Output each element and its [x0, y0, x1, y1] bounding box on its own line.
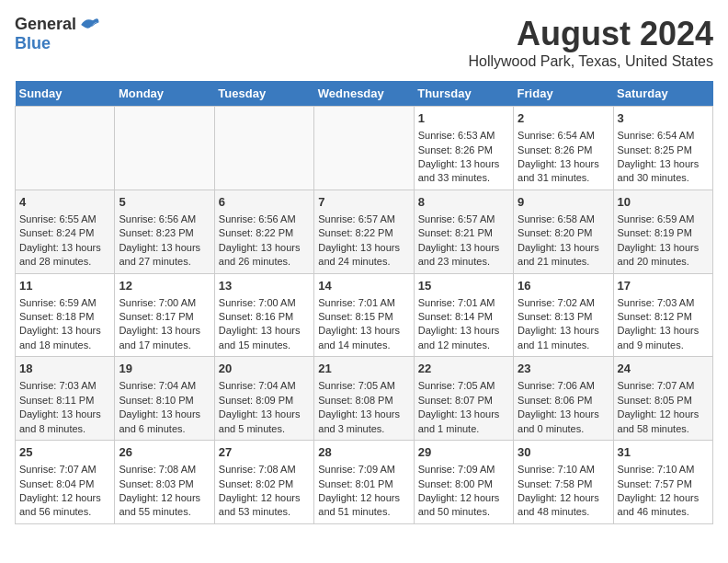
day-header-friday: Friday [514, 81, 613, 107]
day-info: Sunset: 8:20 PM [518, 226, 609, 240]
day-info: Daylight: 12 hours and 51 minutes. [318, 491, 409, 520]
calendar-week-row: 11Sunrise: 6:59 AMSunset: 8:18 PMDayligh… [16, 273, 713, 357]
day-info: Daylight: 13 hours and 9 minutes. [618, 324, 709, 352]
calendar-cell: 21Sunrise: 7:05 AMSunset: 8:08 PMDayligh… [314, 357, 414, 441]
day-info: Sunrise: 7:02 AM [518, 296, 609, 310]
title-area: August 2024 Hollywood Park, Texas, Unite… [469, 15, 714, 70]
day-info: Sunrise: 6:57 AM [318, 213, 409, 226]
calendar-cell: 6Sunrise: 6:56 AMSunset: 8:22 PMDaylight… [214, 190, 313, 273]
calendar-cell: 8Sunrise: 6:57 AMSunset: 8:21 PMDaylight… [414, 190, 513, 273]
calendar-cell: 22Sunrise: 7:05 AMSunset: 8:07 PMDayligh… [414, 357, 513, 441]
day-number: 10 [618, 194, 709, 211]
calendar-week-row: 18Sunrise: 7:03 AMSunset: 8:11 PMDayligh… [16, 357, 713, 441]
day-info: Sunset: 8:11 PM [19, 394, 110, 408]
day-number: 20 [219, 361, 310, 377]
day-number: 9 [518, 194, 609, 211]
day-info: Sunrise: 7:00 AM [219, 296, 310, 310]
day-info: Sunrise: 6:54 AM [518, 129, 609, 143]
day-info: Sunset: 8:01 PM [318, 477, 409, 491]
day-info: Daylight: 12 hours and 55 minutes. [119, 491, 210, 520]
logo: General Blue [15, 15, 100, 53]
day-number: 24 [618, 361, 709, 377]
calendar-cell: 3Sunrise: 6:54 AMSunset: 8:25 PMDaylight… [613, 107, 712, 190]
day-info: Daylight: 12 hours and 48 minutes. [518, 491, 609, 520]
day-info: Sunrise: 7:08 AM [219, 463, 310, 477]
day-number: 21 [318, 361, 409, 377]
day-number: 12 [119, 278, 210, 294]
day-info: Daylight: 13 hours and 15 minutes. [219, 324, 310, 352]
calendar-cell: 1Sunrise: 6:53 AMSunset: 8:26 PMDaylight… [414, 107, 513, 190]
day-info: Sunset: 8:22 PM [219, 226, 310, 240]
day-info: Sunset: 7:57 PM [618, 477, 709, 491]
calendar-cell: 4Sunrise: 6:55 AMSunset: 8:24 PMDaylight… [16, 190, 115, 273]
day-number: 25 [19, 444, 110, 461]
day-info: Sunset: 8:05 PM [618, 394, 709, 408]
calendar-cell: 29Sunrise: 7:09 AMSunset: 8:00 PMDayligh… [414, 441, 513, 524]
day-number: 1 [418, 110, 509, 127]
day-number: 11 [19, 278, 110, 294]
day-info: Sunset: 8:12 PM [618, 310, 709, 324]
calendar-cell: 9Sunrise: 6:58 AMSunset: 8:20 PMDaylight… [514, 190, 613, 273]
day-info: Sunset: 8:10 PM [119, 394, 210, 408]
calendar-cell: 25Sunrise: 7:07 AMSunset: 8:04 PMDayligh… [16, 441, 115, 524]
day-number: 8 [418, 194, 509, 211]
day-info: Sunrise: 7:05 AM [318, 379, 409, 393]
calendar-cell [115, 107, 214, 190]
day-info: Daylight: 13 hours and 31 minutes. [518, 157, 609, 186]
day-info: Sunrise: 6:56 AM [119, 213, 210, 226]
calendar-cell: 7Sunrise: 6:57 AMSunset: 8:22 PMDaylight… [314, 190, 414, 273]
day-info: Daylight: 12 hours and 56 minutes. [19, 491, 110, 520]
calendar-week-row: 25Sunrise: 7:07 AMSunset: 8:04 PMDayligh… [16, 441, 713, 524]
day-info: Sunset: 8:03 PM [119, 477, 210, 491]
calendar-cell: 18Sunrise: 7:03 AMSunset: 8:11 PMDayligh… [16, 357, 115, 441]
calendar-cell: 19Sunrise: 7:04 AMSunset: 8:10 PMDayligh… [115, 357, 214, 441]
day-info: Daylight: 13 hours and 27 minutes. [119, 241, 210, 270]
day-info: Daylight: 13 hours and 14 minutes. [318, 324, 409, 352]
day-info: Sunset: 8:06 PM [518, 394, 609, 408]
day-info: Sunrise: 7:04 AM [219, 379, 310, 393]
day-info: Sunrise: 6:55 AM [19, 213, 110, 226]
day-info: Daylight: 13 hours and 33 minutes. [418, 157, 509, 186]
day-info: Sunset: 8:23 PM [119, 226, 210, 240]
day-info: Sunrise: 7:01 AM [318, 296, 409, 310]
day-number: 17 [618, 278, 709, 294]
day-number: 4 [19, 194, 110, 211]
day-info: Sunset: 7:58 PM [518, 477, 609, 491]
day-info: Sunrise: 7:07 AM [618, 379, 709, 393]
day-info: Sunset: 8:18 PM [19, 310, 110, 324]
day-info: Sunset: 8:21 PM [418, 226, 509, 240]
calendar-cell: 14Sunrise: 7:01 AMSunset: 8:15 PMDayligh… [314, 273, 414, 357]
day-info: Sunset: 8:15 PM [318, 310, 409, 324]
day-info: Sunrise: 7:07 AM [19, 463, 110, 477]
calendar-table: SundayMondayTuesdayWednesdayThursdayFrid… [15, 81, 713, 524]
day-info: Sunrise: 6:54 AM [618, 129, 709, 143]
day-number: 31 [618, 444, 709, 461]
calendar-cell: 30Sunrise: 7:10 AMSunset: 7:58 PMDayligh… [514, 441, 613, 524]
calendar-cell: 2Sunrise: 6:54 AMSunset: 8:26 PMDaylight… [514, 107, 613, 190]
day-info: Daylight: 12 hours and 50 minutes. [418, 491, 509, 520]
day-info: Sunrise: 7:09 AM [318, 463, 409, 477]
day-info: Sunrise: 7:04 AM [119, 379, 210, 393]
calendar-week-row: 4Sunrise: 6:55 AMSunset: 8:24 PMDaylight… [16, 190, 713, 273]
day-info: Sunrise: 7:01 AM [418, 296, 509, 310]
day-number: 7 [318, 194, 409, 211]
day-info: Sunrise: 7:10 AM [518, 463, 609, 477]
day-number: 2 [518, 110, 609, 127]
day-info: Daylight: 12 hours and 58 minutes. [618, 408, 709, 436]
day-number: 19 [119, 361, 210, 377]
day-info: Sunrise: 7:03 AM [19, 379, 110, 393]
day-info: Sunset: 8:14 PM [418, 310, 509, 324]
day-number: 5 [119, 194, 210, 211]
day-info: Daylight: 13 hours and 18 minutes. [19, 324, 110, 352]
calendar-cell [214, 107, 313, 190]
day-info: Sunset: 8:09 PM [219, 394, 310, 408]
day-header-wednesday: Wednesday [314, 81, 414, 107]
day-info: Sunrise: 7:05 AM [418, 379, 509, 393]
day-number: 23 [518, 361, 609, 377]
day-number: 22 [418, 361, 509, 377]
day-number: 15 [418, 278, 509, 294]
day-info: Sunset: 8:19 PM [618, 226, 709, 240]
page-title: August 2024 [469, 15, 714, 53]
calendar-cell: 28Sunrise: 7:09 AMSunset: 8:01 PMDayligh… [314, 441, 414, 524]
day-number: 3 [618, 110, 709, 127]
